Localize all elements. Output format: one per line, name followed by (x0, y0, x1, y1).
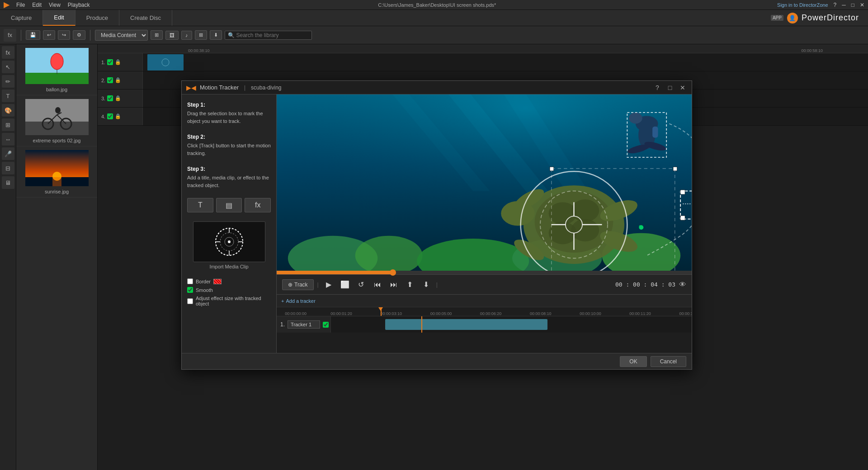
export-btn[interactable]: ⬆ (404, 278, 416, 291)
undo-button[interactable]: ↩ (43, 30, 55, 40)
smooth-checkbox[interactable] (187, 287, 193, 293)
close-icon[interactable]: ✕ (860, 2, 864, 8)
adjust-checkbox-row: Adjust effect size with tracked object (187, 296, 271, 306)
import-label: Import Media Clip (187, 264, 271, 269)
menu-file[interactable]: File (16, 2, 25, 8)
track-button[interactable]: ⊕ Track (282, 279, 314, 290)
track-lock-icon[interactable]: 🔒 (115, 59, 121, 65)
track-lock-icon-3[interactable]: 🔒 (115, 95, 121, 101)
header-right: Sign in to DirectorZone ? ─ □ ✕ (777, 2, 864, 8)
tracker-name-input[interactable] (288, 320, 320, 329)
tool-pen[interactable]: ✏ (2, 75, 14, 88)
track-lock-icon-2[interactable]: 🔒 (115, 77, 121, 83)
fx-button[interactable]: fx (4, 29, 16, 42)
menu-edit[interactable]: Edit (32, 2, 42, 8)
maximize-icon[interactable]: □ (851, 2, 854, 8)
track-visible-1[interactable] (107, 59, 113, 65)
step3-block: Step 3: Add a title, media clip, or effe… (187, 166, 271, 189)
list-item[interactable]: ballon.jpg (16, 44, 97, 95)
step2-text: Click [Track] button to start the motion… (187, 142, 271, 157)
step3-title: Step 3: (187, 166, 271, 172)
action-buttons: T ▤ fx (187, 198, 271, 212)
tool-mic[interactable]: 🎤 (2, 147, 14, 160)
step1-text: Drag the selection box to mark the objec… (187, 110, 271, 125)
track-lock-icon-4[interactable]: 🔒 (115, 113, 121, 119)
dialog-timeline: + Add a tracker 00:00:00:00 00:00:01:20 … (277, 294, 692, 353)
track-content-1 (143, 53, 868, 71)
media-thumb-balloon (25, 48, 89, 84)
loop-button[interactable]: ↺ (355, 278, 368, 291)
progress-handle[interactable] (390, 269, 396, 276)
tool-subtitle[interactable]: ⊟ (2, 162, 14, 174)
ok-button[interactable]: OK (620, 356, 646, 367)
tracker-active-checkbox[interactable] (323, 322, 329, 328)
fx-action-btn[interactable]: fx (245, 198, 271, 212)
tool-arrow[interactable]: ↖ (2, 61, 14, 73)
tool-screen[interactable]: 🖥 (2, 176, 14, 189)
media-action-btn[interactable]: ▤ (216, 198, 242, 212)
prev-frame-btn[interactable]: ⏮ (371, 278, 384, 291)
track-visible-4[interactable] (107, 113, 113, 119)
list-item[interactable]: extreme sports 02.jpg (16, 95, 97, 146)
visibility-toggle-btn[interactable]: 👁 (679, 281, 686, 289)
audio-btn[interactable]: ♪ (181, 31, 192, 40)
stop-button[interactable]: ⬜ (339, 278, 351, 291)
brand-name: PowerDirector (802, 13, 859, 23)
adjust-checkbox[interactable] (187, 298, 193, 304)
grid-view-btn[interactable]: ⊞ (151, 30, 163, 40)
media-content-dropdown[interactable]: Media Content (95, 30, 148, 41)
menu-bar: ▶ File Edit View Playback C:\Users\James… (0, 0, 868, 10)
search-icon: 🔍 (228, 32, 235, 38)
tool-expand[interactable]: ⊞ (2, 118, 14, 131)
media-label: ballon.jpg (18, 86, 95, 93)
title-separator: | (244, 85, 245, 91)
tab-create-disc[interactable]: Create Disc (119, 10, 172, 26)
tab-capture[interactable]: Capture (0, 10, 43, 26)
text-action-btn[interactable]: T (187, 198, 213, 212)
track-label-3: 3. 🔒 (98, 89, 143, 107)
track-visible-2[interactable] (107, 77, 113, 83)
adjust-label: Adjust effect size with tracked object (196, 296, 271, 306)
track-visible-3[interactable] (107, 95, 113, 101)
progress-bar-container[interactable] (277, 271, 692, 274)
step2-block: Step 2: Click [Track] button to start th… (187, 134, 271, 157)
menu-playback[interactable]: Playback (68, 2, 90, 8)
sign-in-link[interactable]: Sign in to DirectorZone (777, 2, 828, 8)
four-grid-btn[interactable]: ⊞ (195, 30, 207, 40)
search-input[interactable] (236, 32, 309, 38)
border-checkbox[interactable] (187, 278, 193, 284)
tool-fx[interactable]: fx (2, 46, 14, 59)
svg-rect-72 (680, 216, 685, 220)
dialog-help-btn[interactable]: ? (653, 83, 662, 92)
dialog-maximize-btn[interactable]: □ (665, 83, 675, 92)
add-tracker-btn[interactable]: + Add a tracker (281, 298, 316, 304)
dialog-left-panel: Step 1: Drag the selection box to mark t… (182, 94, 277, 353)
help-icon[interactable]: ? (834, 2, 837, 8)
save-button[interactable]: 💾 (26, 30, 40, 40)
import-btn[interactable]: ⬇ (420, 278, 433, 291)
play-button[interactable]: ▶ (322, 278, 335, 291)
dialog-close-btn[interactable]: ✕ (678, 83, 687, 92)
redo-button[interactable]: ↪ (58, 30, 70, 40)
tab-edit[interactable]: Edit (43, 10, 75, 26)
tool-color[interactable]: 🎨 (2, 104, 14, 117)
toolbar: fx 💾 ↩ ↪ ⚙ Media Content ⊞ 🖼 ♪ ⊞ ⬇ 🔍 (0, 26, 868, 44)
minimize-icon[interactable]: ─ (842, 2, 846, 8)
next-frame-btn[interactable]: ⏭ (387, 278, 400, 291)
download-btn[interactable]: ⬇ (210, 30, 222, 40)
image-btn[interactable]: 🖼 (165, 31, 179, 40)
tab-produce[interactable]: Produce (75, 10, 119, 26)
cancel-button[interactable]: Cancel (651, 356, 686, 367)
tool-collapse[interactable]: ↔ (2, 133, 14, 146)
dialog-body: Step 1: Drag the selection box to mark t… (182, 94, 692, 353)
step1-title: Step 1: (187, 102, 271, 108)
user-avatar[interactable]: 👤 (787, 13, 798, 24)
dialog-controls: ? □ ✕ (653, 83, 687, 92)
media-label: sunrise.jpg (18, 188, 95, 195)
list-item[interactable]: sunrise.jpg (16, 146, 97, 197)
menu-view[interactable]: View (49, 2, 61, 8)
svg-rect-62 (652, 127, 658, 138)
tool-text[interactable]: T (2, 89, 14, 102)
smooth-label: Smooth (196, 287, 213, 293)
settings-button[interactable]: ⚙ (73, 30, 85, 40)
